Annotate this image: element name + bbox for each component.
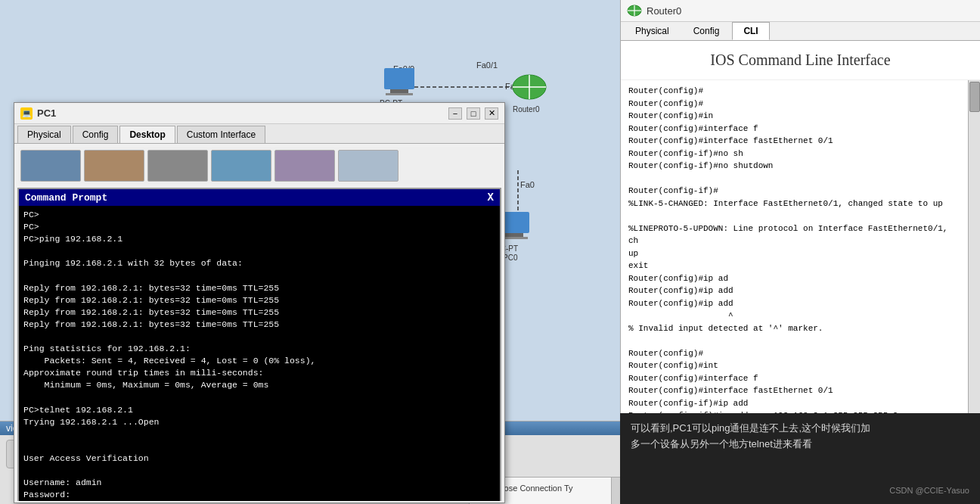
commentary-line1: 可以看到,PC1可以ping通但是连不上去,这个时候我们加 — [631, 421, 969, 437]
bottom-commentary: 可以看到,PC1可以ping通但是连不上去,这个时候我们加 多一个设备从另外一个… — [620, 413, 980, 504]
ios-terminal[interactable]: Router(config)# Router(config)# Router(c… — [621, 80, 968, 452]
ios-scrollbar[interactable] — [968, 80, 980, 452]
pc1-window: 💻 PC1 − □ ✕ Physical Config Desktop Cust… — [14, 102, 505, 503]
close-button[interactable]: ✕ — [485, 107, 498, 120]
csdn-credit: CSDN @CCIE-Yasuo — [889, 484, 969, 498]
pc1-content: Command Prompt X PC> PC> PC>ping 192.168… — [14, 144, 504, 501]
pc1-icon: 💻 — [20, 107, 33, 120]
svg-text:Fa0/1: Fa0/1 — [476, 61, 498, 70]
ios-title: IOS Command Line Interface — [621, 41, 980, 80]
router-tab-cli[interactable]: CLI — [732, 22, 769, 40]
router-panel: Router0 Physical Config CLI IOS Command … — [620, 0, 980, 413]
maximize-button[interactable]: □ — [467, 107, 480, 120]
router-tab-physical[interactable]: Physical — [624, 22, 681, 40]
router-title: Router0 — [647, 5, 681, 17]
pc1-tab-bar: Physical Config Desktop Custom Interface — [14, 124, 504, 144]
svg-rect-15 — [505, 233, 523, 237]
cmd-titlebar: Command Prompt X — [19, 189, 500, 206]
command-prompt-window: Command Prompt X PC> PC> PC>ping 192.168… — [17, 188, 501, 501]
tab-desktop[interactable]: Desktop — [119, 126, 175, 143]
cmd-title-text: Command Prompt — [25, 192, 107, 204]
tab-physical[interactable]: Physical — [17, 126, 71, 143]
cmd-body[interactable]: PC> PC> PC>ping 192.168.2.1 Pinging 192.… — [19, 206, 500, 501]
commentary-line2: 多一个设备从另外一个地方telnet进来看看 — [631, 437, 969, 453]
router-tab-config[interactable]: Config — [682, 22, 731, 40]
svg-text:Router0: Router0 — [513, 105, 540, 114]
pc1-titlebar: 💻 PC1 − □ ✕ — [14, 103, 504, 124]
minimize-button[interactable]: − — [448, 107, 462, 120]
svg-rect-8 — [386, 93, 413, 95]
svg-text:Fa0: Fa0 — [520, 180, 535, 189]
router-icon — [627, 3, 642, 18]
pc1-title: PC1 — [37, 107, 448, 119]
router-tab-bar: Physical Config CLI — [621, 22, 980, 41]
router-content: IOS Command Line Interface Router(config… — [621, 41, 980, 410]
svg-rect-7 — [390, 89, 408, 93]
router-titlebar: Router0 — [621, 0, 980, 22]
tab-config[interactable]: Config — [73, 126, 119, 143]
svg-rect-6 — [384, 68, 414, 89]
tab-custom-interface[interactable]: Custom Interface — [177, 126, 265, 143]
cmd-close-button[interactable]: X — [488, 191, 494, 204]
pc1-window-controls: − □ ✕ — [448, 107, 498, 120]
